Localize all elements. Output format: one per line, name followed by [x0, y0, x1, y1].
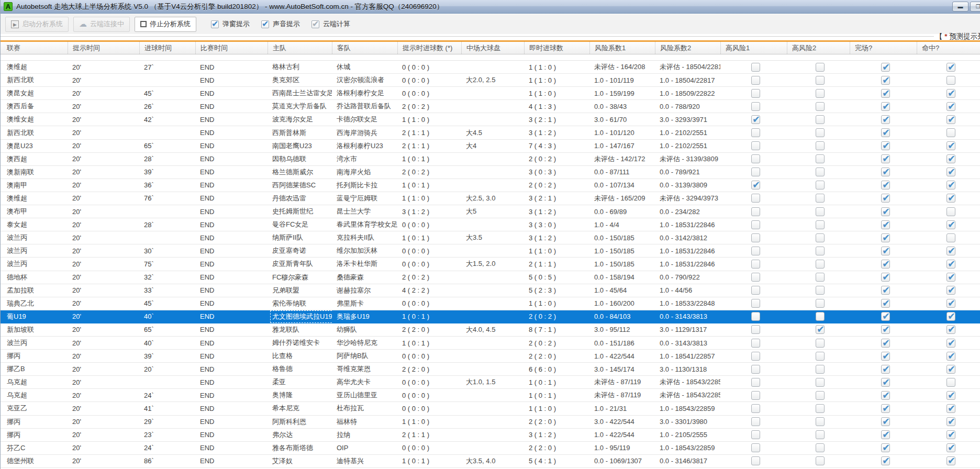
finished-checkbox[interactable]: ✔: [881, 128, 890, 137]
finished-checkbox[interactable]: ✔: [881, 443, 890, 452]
table-row[interactable]: 挪丙20'39`END比查格阿萨纳B队0 ( 0 : 0 )2 ( 2 : 0 …: [1, 350, 980, 363]
table-row[interactable]: 波兰丙20'75`END皮亚斯青年队洛禾卡杜华斯0 ( 0 : 0 )大1.5,…: [1, 258, 980, 271]
table-row[interactable]: 新西北联20'END奥克郊区汉密尔顿流浪者0 ( 0 : 0 )大2.0, 2.…: [1, 74, 980, 87]
highrisk1-checkbox[interactable]: [751, 417, 760, 426]
highrisk2-checkbox[interactable]: [816, 233, 825, 242]
highrisk1-checkbox[interactable]: [751, 391, 760, 400]
highrisk1-checkbox[interactable]: [751, 76, 760, 85]
highrisk1-checkbox[interactable]: [751, 102, 760, 111]
hit-checkbox[interactable]: ✔: [946, 102, 955, 111]
finished-checkbox[interactable]: ✔: [881, 339, 890, 348]
finished-checkbox[interactable]: ✔: [881, 194, 890, 203]
finished-checkbox[interactable]: ✔: [881, 63, 890, 72]
finished-checkbox[interactable]: ✔: [881, 233, 890, 242]
hit-checkbox[interactable]: ✔: [946, 181, 955, 189]
hit-checkbox[interactable]: ✔: [946, 352, 955, 361]
finished-checkbox[interactable]: ✔: [881, 352, 890, 361]
finished-checkbox[interactable]: ✔: [881, 430, 890, 439]
highrisk2-checkbox[interactable]: [816, 299, 825, 308]
highrisk2-checkbox[interactable]: [816, 194, 825, 203]
finished-checkbox[interactable]: ✔: [881, 168, 890, 176]
hit-checkbox[interactable]: ✔: [946, 299, 955, 308]
hit-checkbox[interactable]: ✔: [946, 273, 955, 282]
table-row[interactable]: 澳新南联20'39`END格兰德斯威尔南海岸火焰2 ( 0 : 2 )3 ( 0…: [1, 166, 980, 179]
finished-checkbox[interactable]: ✔: [881, 154, 890, 163]
finished-checkbox[interactable]: ✔: [881, 365, 890, 374]
table-row[interactable]: 芬乙C20'24`END雅各布斯塔德OIP0 ( 0 : 0 )2 ( 2 : …: [1, 442, 980, 455]
table-row[interactable]: 澳维超20'76`END丹德农迅雷蓝曼宁厄姆联1 ( 1 : 0 )大2.5, …: [1, 192, 980, 205]
highrisk1-checkbox[interactable]: [751, 233, 760, 242]
column-header-away-team[interactable]: 客队: [332, 42, 397, 54]
table-row[interactable]: 挪丙20'23`END弗尔达拉纳2 ( 1 : 1 )3 ( 1 : 2 )1.…: [1, 429, 980, 442]
column-header-risk1[interactable]: 风险系数1: [589, 42, 655, 54]
finished-checkbox[interactable]: ✔: [881, 141, 890, 150]
finished-checkbox[interactable]: ✔: [881, 325, 890, 334]
table-row[interactable]: 波兰丙20'30`END皮亚塞奇诺维尔加加沃林0 ( 0 : 0 )1 ( 1 …: [1, 244, 980, 258]
cloud-connecting-button[interactable]: ☁ 云端连接中: [73, 17, 130, 32]
finished-checkbox[interactable]: ✔: [881, 312, 890, 321]
finished-checkbox[interactable]: ✔: [881, 76, 890, 85]
hit-checkbox[interactable]: ✔: [946, 365, 955, 374]
maximize-button[interactable]: ❐: [970, 2, 980, 12]
table-row[interactable]: 新西北联20'END西斯普林斯西海岸游骑兵2 ( 1 : 1 )大4.53 ( …: [1, 126, 980, 139]
finished-checkbox[interactable]: ✔: [881, 378, 890, 387]
highrisk2-checkbox[interactable]: [816, 220, 825, 229]
highrisk1-checkbox[interactable]: [751, 89, 760, 98]
highrisk2-checkbox[interactable]: [816, 286, 825, 295]
table-row[interactable]: 德地杯20'32`ENDFC穆尔豪森桑德豪森2 ( 0 : 2 )5 ( 0 :…: [1, 271, 980, 284]
highrisk1-checkbox[interactable]: [751, 286, 760, 295]
table-row[interactable]: 挪乙B20'20`END格鲁德哥维克莱恩2 ( 2 : 0 )6 ( 6 : 0…: [1, 363, 980, 376]
highrisk2-checkbox[interactable]: [816, 154, 825, 163]
finished-checkbox[interactable]: ✔: [881, 220, 890, 229]
column-header-league[interactable]: 联赛: [1, 42, 68, 54]
column-header-finished[interactable]: 完场?: [850, 42, 917, 54]
popup-alert-checkbox[interactable]: ✔ 弹窗提示: [211, 19, 250, 29]
highrisk2-checkbox[interactable]: [816, 181, 825, 189]
finished-checkbox[interactable]: ✔: [881, 456, 890, 465]
highrisk1-checkbox[interactable]: [751, 247, 760, 255]
finished-checkbox[interactable]: ✔: [881, 286, 890, 295]
highrisk2-checkbox[interactable]: [816, 391, 825, 400]
highrisk1-checkbox[interactable]: [751, 299, 760, 308]
minimize-button[interactable]: ▬: [952, 2, 968, 12]
highrisk2-checkbox[interactable]: [816, 76, 825, 85]
highrisk2-checkbox[interactable]: [816, 63, 825, 72]
highrisk1-checkbox[interactable]: [751, 312, 760, 321]
finished-checkbox[interactable]: ✔: [881, 260, 890, 269]
hit-checkbox[interactable]: ✔: [946, 325, 955, 334]
highrisk1-checkbox[interactable]: ✔: [751, 115, 760, 124]
cloud-calc-checkbox[interactable]: ✔ 云端计算: [311, 19, 350, 29]
highrisk2-checkbox[interactable]: [816, 417, 825, 426]
highrisk2-checkbox[interactable]: [816, 456, 825, 465]
table-row[interactable]: 波兰丙20'END纳斯萨II队克拉科夫II队1 ( 0 : 1 )大3.53 (…: [1, 231, 980, 244]
hit-checkbox[interactable]: ✔: [946, 443, 955, 452]
hit-checkbox[interactable]: [946, 233, 955, 242]
highrisk2-checkbox[interactable]: [816, 378, 825, 387]
highrisk2-checkbox[interactable]: ✔: [816, 325, 825, 334]
finished-checkbox[interactable]: ✔: [881, 115, 890, 124]
table-row[interactable]: 澳布甲20'END史托姆斯世纪昆士兰大学3 ( 1 : 2 )大53 ( 1 :…: [1, 205, 980, 218]
hit-checkbox[interactable]: [946, 76, 955, 85]
highrisk1-checkbox[interactable]: [751, 456, 760, 465]
highrisk2-checkbox[interactable]: [816, 339, 825, 348]
hit-checkbox[interactable]: ✔: [946, 456, 955, 465]
finished-checkbox[interactable]: ✔: [881, 299, 890, 308]
table-row[interactable]: 澳维女超20'42`END波克海尔女足卡德尔联女足1 ( 1 : 0 )3 ( …: [1, 113, 980, 126]
finished-checkbox[interactable]: ✔: [881, 181, 890, 189]
highrisk2-checkbox[interactable]: [816, 312, 825, 321]
highrisk1-checkbox[interactable]: [751, 207, 760, 216]
column-header-home-team[interactable]: 主队: [268, 42, 332, 54]
table-row[interactable]: 澳昆女超20'45`END西南昆士兰达雷女足洛根利泰柠女足0 ( 0 : 0 )…: [1, 87, 980, 100]
hit-checkbox[interactable]: ✔: [946, 339, 955, 348]
column-header-hit[interactable]: 命中?: [917, 42, 980, 54]
finished-checkbox[interactable]: ✔: [881, 404, 890, 413]
highrisk2-checkbox[interactable]: [816, 404, 825, 413]
table-row[interactable]: 德堡州联20'86`END艾泽奴迪特基兴1 ( 0 : 1 )大3.5, 4.0…: [1, 455, 980, 468]
hit-checkbox[interactable]: ✔: [946, 417, 955, 426]
hit-checkbox[interactable]: ✔: [946, 247, 955, 255]
highrisk1-checkbox[interactable]: [751, 325, 760, 334]
hit-checkbox[interactable]: ✔: [946, 141, 955, 150]
hit-checkbox[interactable]: ✔: [946, 194, 955, 203]
column-header-hint-goals[interactable]: 提示时进球数 (*): [397, 42, 461, 54]
finished-checkbox[interactable]: ✔: [881, 247, 890, 255]
